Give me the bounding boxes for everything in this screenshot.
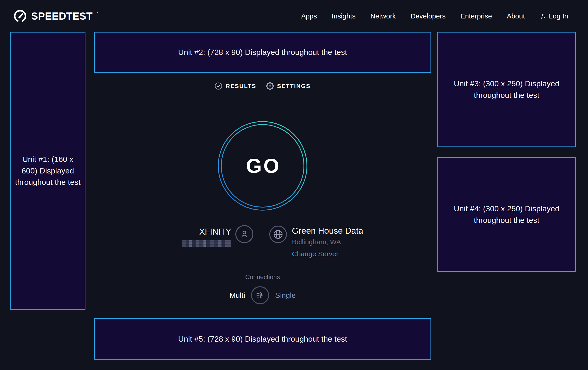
server-info: Green House Data Bellingham, WA Change S…	[269, 225, 363, 258]
server-globe-circle	[269, 226, 287, 243]
ad-unit-3-text: Unit #3: (300 x 250) Displayed throughou…	[452, 78, 561, 101]
connections-section: Connections Multi Single	[94, 274, 431, 304]
speedtest-logo[interactable]: SPEEDTEST	[13, 9, 98, 23]
isp-name: XFINITY	[199, 227, 231, 237]
ad-unit-4-text: Unit #4: (300 x 250) Displayed throughou…	[452, 203, 561, 226]
ad-unit-2-leaderboard[interactable]: Unit #2: (728 x 90) Displayed throughout…	[94, 32, 431, 73]
nav-item-network[interactable]: Network	[370, 12, 396, 20]
check-circle-icon	[215, 82, 222, 90]
nav-item-insights[interactable]: Insights	[332, 12, 356, 20]
isp-info: XFINITY	[182, 225, 253, 247]
user-icon	[540, 13, 547, 20]
ad-unit-5-text: Unit #5: (728 x 90) Displayed throughout…	[178, 333, 347, 345]
nav-item-apps[interactable]: Apps	[301, 12, 317, 20]
ad-unit-3-rectangle[interactable]: Unit #3: (300 x 250) Displayed throughou…	[437, 32, 576, 147]
login-label: Log In	[549, 12, 568, 20]
tab-results[interactable]: RESULTS	[215, 82, 256, 90]
nav-item-enterprise[interactable]: Enterprise	[460, 12, 492, 20]
connection-mode-single[interactable]: Single	[275, 291, 296, 300]
tab-settings-label: SETTINGS	[277, 83, 311, 90]
server-name: Green House Data	[292, 226, 363, 236]
logo-wordmark: SPEEDTEST	[31, 11, 93, 21]
gear-icon	[266, 82, 274, 90]
isp-texts: XFINITY	[182, 227, 231, 247]
trademark-mark	[97, 12, 98, 13]
user-icon	[240, 229, 249, 239]
server-location: Bellingham, WA	[292, 238, 341, 246]
nav-item-developers[interactable]: Developers	[411, 12, 446, 20]
connections-row: Multi Single	[94, 286, 431, 304]
tab-settings[interactable]: SETTINGS	[266, 82, 311, 90]
top-nav-bar: SPEEDTEST Apps Insights Network Develope…	[0, 0, 588, 32]
connections-label: Connections	[94, 274, 431, 281]
ad-unit-4-rectangle[interactable]: Unit #4: (300 x 250) Displayed throughou…	[437, 157, 576, 272]
nav-item-about[interactable]: About	[507, 12, 525, 20]
ad-unit-1-text: Unit #1: (160 x 600) Displayed throughou…	[14, 154, 81, 188]
connection-mode-multi[interactable]: Multi	[230, 291, 245, 300]
tab-bar: RESULTS SETTINGS	[94, 82, 431, 90]
isp-avatar-circle	[235, 225, 253, 243]
connection-mode-toggle[interactable]	[251, 286, 269, 304]
multi-connection-arrows-icon	[255, 290, 265, 300]
change-server-link[interactable]: Change Server	[292, 250, 339, 258]
ad-unit-5-leaderboard[interactable]: Unit #5: (728 x 90) Displayed throughout…	[94, 318, 431, 360]
login-button[interactable]: Log In	[540, 12, 568, 20]
speedometer-gauge-icon	[13, 9, 28, 23]
go-label: GO	[218, 121, 307, 210]
server-texts: Green House Data Bellingham, WA Change S…	[292, 226, 363, 258]
globe-icon	[273, 229, 283, 240]
ad-unit-2-text: Unit #2: (728 x 90) Displayed throughout…	[178, 47, 347, 58]
main-nav: Apps Insights Network Developers Enterpr…	[301, 12, 568, 20]
redacted-ip-address	[182, 240, 231, 247]
tab-results-label: RESULTS	[226, 83, 256, 90]
ad-unit-1-skyscraper[interactable]: Unit #1: (160 x 600) Displayed throughou…	[10, 32, 85, 310]
go-button[interactable]: GO	[218, 121, 307, 210]
